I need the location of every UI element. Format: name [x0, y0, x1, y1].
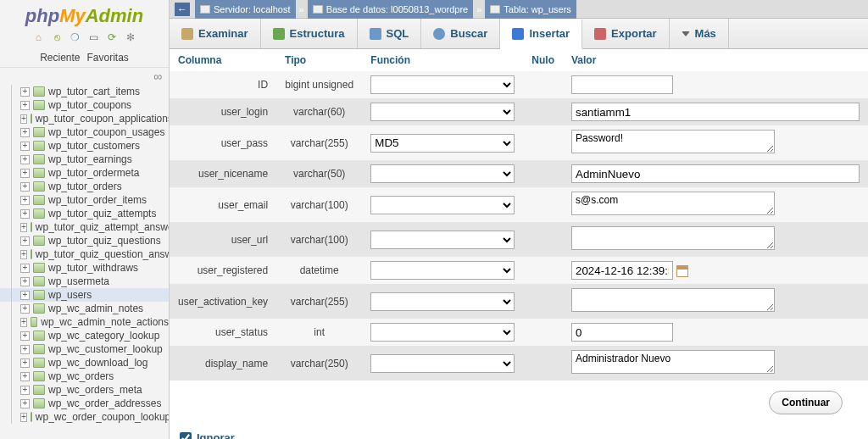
- tree-item-wp_tutor_ordermeta[interactable]: +wp_tutor_ordermeta: [0, 166, 169, 180]
- logout-icon[interactable]: ⎋: [51, 31, 63, 43]
- function-select[interactable]: [370, 354, 515, 373]
- logo[interactable]: phpMyAdmin: [0, 0, 169, 29]
- tree-item-wp_tutor_orders[interactable]: +wp_tutor_orders: [0, 180, 169, 193]
- back-button[interactable]: ←: [175, 3, 190, 16]
- value-field[interactable]: [571, 75, 673, 94]
- sidebar-tab-recent[interactable]: Reciente: [40, 52, 80, 64]
- function-select[interactable]: [370, 231, 515, 249]
- header-function[interactable]: Función: [370, 54, 410, 66]
- expand-icon[interactable]: +: [20, 413, 27, 422]
- tab-structure[interactable]: Estructura: [261, 19, 358, 48]
- function-select[interactable]: [370, 261, 515, 280]
- expand-icon[interactable]: +: [20, 331, 30, 341]
- value-field[interactable]: [571, 350, 775, 374]
- expand-icon[interactable]: +: [20, 128, 30, 137]
- breadcrumb-table[interactable]: Tabla: wp_users: [485, 0, 576, 19]
- tab-sql[interactable]: SQL: [358, 19, 422, 48]
- expand-icon[interactable]: +: [20, 386, 30, 395]
- expand-icon[interactable]: +: [20, 236, 30, 246]
- expand-icon[interactable]: +: [20, 223, 27, 232]
- expand-icon[interactable]: +: [20, 101, 30, 110]
- tree-item-wp_tutor_order_items[interactable]: +wp_tutor_order_items: [0, 193, 169, 207]
- tree-item-wp_tutor_quiz_attempts[interactable]: +wp_tutor_quiz_attempts: [0, 207, 169, 220]
- value-field[interactable]: [571, 261, 673, 280]
- function-select[interactable]: [370, 323, 515, 342]
- tree-item-wp_tutor_cart_items[interactable]: +wp_tutor_cart_items: [0, 85, 169, 98]
- tree-item-wp_tutor_coupon_applications[interactable]: +wp_tutor_coupon_applications: [0, 112, 169, 125]
- tree-item-wp_tutor_customers[interactable]: +wp_tutor_customers: [0, 139, 169, 153]
- function-select[interactable]: [370, 292, 515, 311]
- value-field[interactable]: [571, 288, 775, 312]
- expand-icon[interactable]: +: [20, 250, 27, 259]
- table-icon: [33, 398, 45, 408]
- calendar-icon[interactable]: [676, 265, 688, 277]
- tree-item-wp_tutor_coupons[interactable]: +wp_tutor_coupons: [0, 98, 169, 112]
- value-field[interactable]: [571, 103, 860, 121]
- expand-icon[interactable]: +: [20, 358, 30, 368]
- expand-icon[interactable]: +: [20, 209, 30, 219]
- expand-icon[interactable]: +: [20, 196, 30, 205]
- sidebar-tab-favorites[interactable]: Favoritas: [87, 52, 129, 64]
- value-field[interactable]: [571, 323, 673, 342]
- ignore-checkbox[interactable]: [180, 432, 192, 440]
- tree-item-wp_tutor_coupon_usages[interactable]: +wp_tutor_coupon_usages: [0, 125, 169, 139]
- tab-examine[interactable]: Examinar: [170, 19, 261, 48]
- tree-item-wp_users[interactable]: +wp_users: [0, 288, 169, 302]
- tree-item-wp_wc_admin_note_actions[interactable]: +wp_wc_admin_note_actions: [0, 315, 169, 329]
- docs-icon[interactable]: ❍: [70, 31, 81, 43]
- tree-item-wp_wc_order_addresses[interactable]: +wp_wc_order_addresses: [0, 397, 169, 410]
- function-select[interactable]: [370, 75, 515, 94]
- tab-search[interactable]: Buscar: [421, 19, 500, 48]
- tree-item-wp_usermeta[interactable]: +wp_usermeta: [0, 275, 169, 288]
- tree-item-wp_tutor_quiz_questions[interactable]: +wp_tutor_quiz_questions: [0, 234, 169, 247]
- expand-icon[interactable]: +: [20, 155, 30, 164]
- expand-icon[interactable]: +: [20, 372, 30, 381]
- tree-item-wp_wc_order_coupon_lookup[interactable]: +wp_wc_order_coupon_lookup: [0, 410, 169, 424]
- value-field[interactable]: [571, 164, 860, 183]
- header-column[interactable]: Columna: [178, 54, 221, 66]
- tree-item-wp_tutor_earnings[interactable]: +wp_tutor_earnings: [0, 153, 169, 166]
- tree-item-label: wp_tutor_orders: [48, 181, 122, 192]
- tree-item-wp_tutor_quiz_question_answers[interactable]: +wp_tutor_quiz_question_answers: [0, 247, 169, 261]
- continue-button[interactable]: Continuar: [769, 391, 843, 414]
- expand-icon[interactable]: +: [20, 169, 30, 178]
- expand-icon[interactable]: +: [20, 277, 30, 286]
- function-select[interactable]: [370, 196, 515, 214]
- expand-icon[interactable]: +: [20, 345, 30, 354]
- expand-icon[interactable]: +: [20, 399, 30, 408]
- tree-item-wp_tutor_quiz_attempt_answers[interactable]: +wp_tutor_quiz_attempt_answers: [0, 220, 169, 234]
- table-icon: [31, 317, 37, 327]
- tree-item-wp_wc_admin_notes[interactable]: +wp_wc_admin_notes: [0, 302, 169, 315]
- tab-export[interactable]: Exportar: [582, 19, 669, 48]
- expand-icon[interactable]: +: [20, 318, 27, 327]
- expand-icon[interactable]: +: [20, 304, 30, 314]
- tree-item-wp_wc_customer_lookup[interactable]: +wp_wc_customer_lookup: [0, 342, 169, 356]
- tree-item-wp_tutor_withdraws[interactable]: +wp_tutor_withdraws: [0, 261, 169, 275]
- settings-icon[interactable]: ✻: [125, 31, 136, 43]
- tab-more[interactable]: Más: [670, 19, 729, 48]
- breadcrumb-database[interactable]: Base de datos: l0050813_wordpre: [308, 0, 474, 19]
- query-icon[interactable]: ▭: [87, 31, 99, 43]
- header-type[interactable]: Tipo: [285, 54, 306, 66]
- reload-icon[interactable]: ⟳: [106, 31, 118, 43]
- value-field[interactable]: [571, 226, 775, 250]
- value-field[interactable]: [571, 130, 775, 153]
- function-select[interactable]: MD5: [370, 134, 515, 153]
- tab-insert[interactable]: Insertar: [500, 19, 582, 49]
- home-icon[interactable]: ⌂: [32, 31, 44, 43]
- function-select[interactable]: [370, 103, 515, 121]
- expand-icon[interactable]: +: [20, 142, 30, 151]
- expand-icon[interactable]: +: [20, 182, 30, 192]
- tree-item-wp_wc_category_lookup[interactable]: +wp_wc_category_lookup: [0, 329, 169, 342]
- function-select[interactable]: [370, 164, 515, 183]
- tree-item-wp_wc_orders_meta[interactable]: +wp_wc_orders_meta: [0, 383, 169, 397]
- expand-icon[interactable]: +: [20, 114, 27, 124]
- sidebar-collapse-handle[interactable]: ∞: [0, 68, 169, 85]
- expand-icon[interactable]: +: [20, 291, 30, 300]
- value-field[interactable]: [571, 192, 775, 215]
- expand-icon[interactable]: +: [20, 264, 30, 273]
- expand-icon[interactable]: +: [20, 87, 30, 97]
- tree-item-wp_wc_orders[interactable]: +wp_wc_orders: [0, 370, 169, 383]
- breadcrumb-server[interactable]: Servidor: localhost: [195, 0, 296, 19]
- tree-item-wp_wc_download_log[interactable]: +wp_wc_download_log: [0, 356, 169, 370]
